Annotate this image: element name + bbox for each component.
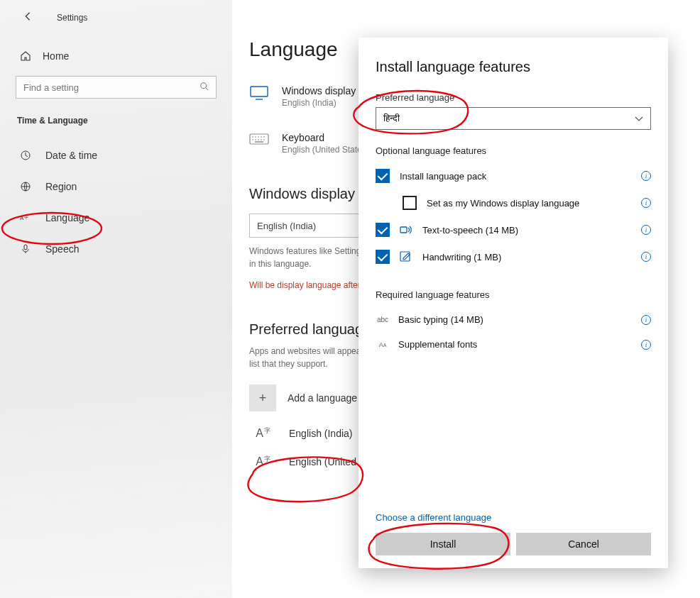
sidebar-section-title: Time & Language bbox=[17, 116, 232, 126]
required-basic-typing: abc Basic typing (14 MB) i bbox=[376, 314, 651, 325]
preferred-language-label: Preferred language bbox=[376, 92, 651, 103]
keyboard-icon bbox=[249, 132, 269, 148]
plus-icon: + bbox=[249, 384, 276, 411]
cancel-button[interactable]: Cancel bbox=[516, 533, 651, 555]
language-row-label: English (India) bbox=[289, 428, 353, 439]
language-glyph-icon: A bbox=[249, 427, 276, 440]
option-label: Text-to-speech (14 MB) bbox=[422, 225, 631, 236]
sidebar-item-label: Speech bbox=[45, 243, 79, 255]
option-handwriting[interactable]: Handwriting (1 MB) i bbox=[376, 250, 651, 264]
option-text-to-speech[interactable]: Text-to-speech (14 MB) i bbox=[376, 223, 651, 237]
language-glyph-icon: A bbox=[249, 455, 276, 468]
tile-title: Windows display bbox=[282, 85, 356, 96]
arrow-left-icon bbox=[23, 11, 33, 21]
info-icon[interactable]: i bbox=[641, 315, 651, 325]
sidebar-item-label: Date & time bbox=[45, 150, 97, 161]
handwriting-icon bbox=[400, 251, 412, 262]
abc-icon: abc bbox=[376, 316, 390, 323]
svg-rect-9 bbox=[250, 134, 268, 144]
dialog-title: Install language features bbox=[376, 59, 651, 75]
svg-rect-13 bbox=[400, 227, 407, 233]
svg-rect-7 bbox=[251, 87, 268, 96]
back-button[interactable] bbox=[23, 11, 33, 23]
add-language-label: Add a language bbox=[288, 392, 357, 404]
tile-title: Keyboard bbox=[282, 132, 369, 143]
monitor-icon bbox=[249, 85, 269, 101]
chevron-down-icon bbox=[635, 113, 643, 124]
clock-icon bbox=[20, 150, 31, 161]
tts-icon bbox=[400, 224, 412, 236]
svg-point-0 bbox=[201, 83, 207, 89]
option-install-language-pack[interactable]: Install language pack i bbox=[376, 169, 651, 183]
sidebar-item-home[interactable]: Home bbox=[0, 50, 232, 62]
option-set-display-language[interactable]: Set as my Windows display language i bbox=[403, 196, 651, 210]
font-icon: AA bbox=[376, 341, 390, 348]
required-label: Basic typing (14 MB) bbox=[398, 314, 633, 325]
checkbox-checked-icon[interactable] bbox=[376, 250, 390, 264]
search-icon bbox=[199, 82, 209, 92]
sidebar-item-label: Region bbox=[45, 181, 77, 192]
svg-text:A: A bbox=[20, 215, 24, 221]
settings-header-label: Settings bbox=[57, 13, 87, 23]
sidebar-item-speech[interactable]: Speech bbox=[0, 233, 232, 265]
info-icon[interactable]: i bbox=[641, 225, 651, 235]
sidebar-item-region[interactable]: Region bbox=[0, 171, 232, 202]
sidebar-item-label: Language bbox=[45, 212, 89, 223]
required-features-header: Required language features bbox=[376, 289, 651, 300]
option-label: Install language pack bbox=[400, 171, 631, 182]
install-language-dialog: Install language features Preferred lang… bbox=[359, 38, 668, 568]
option-label: Set as my Windows display language bbox=[427, 198, 631, 209]
svg-text:字: 字 bbox=[24, 214, 28, 219]
svg-line-1 bbox=[206, 88, 209, 91]
microphone-icon bbox=[20, 243, 31, 255]
info-icon[interactable]: i bbox=[641, 198, 651, 208]
checkbox-unchecked-icon[interactable] bbox=[403, 196, 417, 210]
sidebar-item-language[interactable]: A字 Language bbox=[0, 202, 232, 233]
required-supplemental-fonts: AA Supplemental fonts i bbox=[376, 339, 651, 350]
search-input[interactable] bbox=[16, 76, 217, 99]
settings-sidebar: Settings Home Time & Language Date & tim… bbox=[0, 0, 232, 598]
home-icon bbox=[20, 50, 31, 62]
language-icon: A字 bbox=[20, 212, 31, 223]
info-icon[interactable]: i bbox=[641, 340, 651, 350]
option-label: Handwriting (1 MB) bbox=[422, 252, 631, 262]
sidebar-item-date-time[interactable]: Date & time bbox=[0, 140, 232, 171]
tile-subtitle: English (India) bbox=[282, 98, 356, 108]
preferred-language-combo[interactable]: हिन्दी bbox=[376, 107, 651, 130]
globe-icon bbox=[20, 181, 31, 192]
required-label: Supplemental fonts bbox=[398, 339, 633, 350]
choose-different-language-link[interactable]: Choose a different language bbox=[376, 512, 651, 523]
svg-rect-6 bbox=[24, 245, 27, 250]
info-icon[interactable]: i bbox=[641, 171, 651, 181]
info-icon[interactable]: i bbox=[641, 252, 651, 262]
install-button[interactable]: Install bbox=[376, 533, 510, 555]
checkbox-checked-icon[interactable] bbox=[376, 169, 390, 183]
optional-features-header: Optional language features bbox=[376, 145, 651, 156]
combo-value: हिन्दी bbox=[383, 113, 400, 124]
home-label: Home bbox=[43, 50, 69, 62]
checkbox-checked-icon[interactable] bbox=[376, 223, 390, 237]
combo-value: English (India) bbox=[257, 221, 316, 231]
tile-subtitle: English (United States) bbox=[282, 145, 369, 155]
